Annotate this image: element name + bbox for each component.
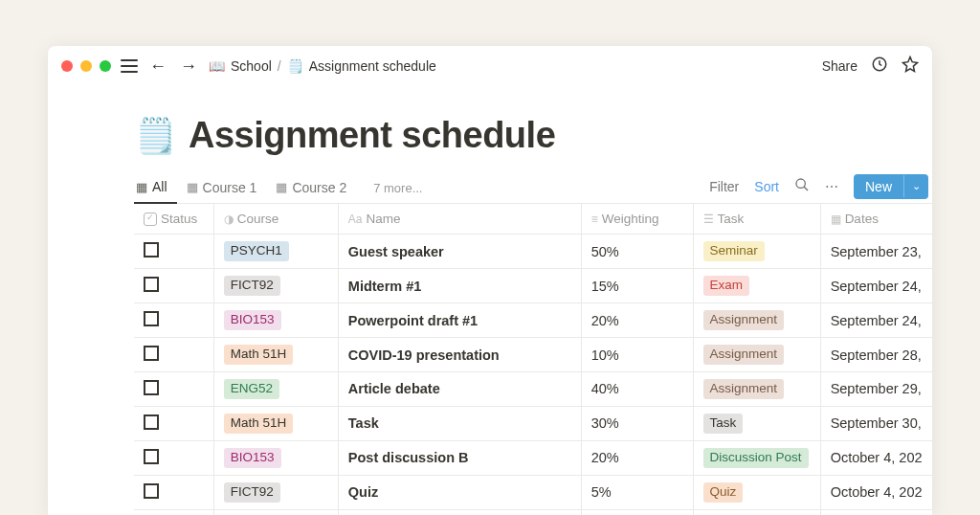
date-value[interactable]: September 24, <box>820 303 932 338</box>
task-tag[interactable]: Discussion Post <box>703 448 809 468</box>
course-tag[interactable]: FICT92 <box>224 276 280 296</box>
share-button[interactable]: Share <box>822 58 858 74</box>
filter-button[interactable]: Filter <box>709 179 739 194</box>
page-title[interactable]: Assignment schedule <box>189 115 555 156</box>
column-header-task[interactable]: ☰Task <box>693 204 820 235</box>
chevron-down-icon[interactable]: ⌄ <box>903 175 928 197</box>
new-button[interactable]: New ⌄ <box>854 174 928 199</box>
weighting-value[interactable]: 40% <box>581 372 693 407</box>
breadcrumb-item[interactable]: School <box>231 58 272 74</box>
date-value[interactable]: September 29, <box>820 372 932 407</box>
weighting-value[interactable]: 20% <box>581 303 693 338</box>
back-button[interactable]: ← <box>147 56 168 77</box>
table-row[interactable]: Math 51HTask30%TaskSeptember 30, <box>134 406 932 440</box>
table-row[interactable]: BIO153Powerpoint draft #120%AssignmentSe… <box>134 303 932 338</box>
forward-button[interactable]: → <box>178 56 199 77</box>
assignment-name[interactable]: Powerpoint draft #1 <box>338 303 581 338</box>
status-checkbox[interactable] <box>144 380 159 395</box>
course-tag[interactable]: ENG52 <box>224 379 279 399</box>
clock-icon[interactable] <box>871 56 888 77</box>
table-row[interactable]: FICT92Quiz5%QuizOctober 4, 202 <box>134 475 932 509</box>
status-checkbox[interactable] <box>144 414 159 430</box>
assignment-name[interactable]: Article debate <box>338 372 581 407</box>
status-checkbox[interactable] <box>144 346 159 361</box>
tab-label: All <box>152 179 167 194</box>
page-content: 🗒️ Assignment schedule ▦All▦Course 1▦Cou… <box>48 86 932 515</box>
column-header-name[interactable]: AaName <box>338 204 581 235</box>
more-views-button[interactable]: 7 more... <box>366 175 430 201</box>
column-header-status[interactable]: Status <box>134 204 213 235</box>
search-icon[interactable] <box>794 177 810 195</box>
minimize-window-button[interactable] <box>80 60 92 72</box>
page-emoji-icon[interactable]: 🗒️ <box>134 116 177 156</box>
task-tag[interactable]: Assignment <box>703 379 785 399</box>
course-tag[interactable]: PSYCH1 <box>224 241 289 261</box>
weighting-value[interactable]: 30% <box>581 406 693 440</box>
table-row[interactable]: BIO153Post discussion B20%Discussion Pos… <box>134 440 932 475</box>
course-tag[interactable]: Math 51H <box>224 414 294 434</box>
date-value[interactable]: September 28, <box>820 338 932 372</box>
view-tabs-bar: ▦All▦Course 1▦Course 2 7 more... Filter … <box>134 173 932 204</box>
task-tag[interactable]: Exam <box>703 276 750 296</box>
column-header-dates[interactable]: ▦Dates <box>820 204 932 235</box>
weighting-value[interactable]: 5% <box>581 475 693 509</box>
date-value[interactable]: October 5, 202 <box>820 509 932 515</box>
column-header-course[interactable]: ◑Course <box>213 204 338 235</box>
weighting-value[interactable]: 20% <box>581 440 693 475</box>
assignment-name[interactable]: Quiz <box>338 475 581 509</box>
weighting-value[interactable]: 50% <box>581 235 693 269</box>
hamburger-menu-icon[interactable] <box>121 59 138 73</box>
assignments-table: Status ◑Course AaName ≡Weighting ☰Task <box>134 204 932 515</box>
status-checkbox[interactable] <box>144 483 159 499</box>
date-value[interactable]: September 30, <box>820 406 932 440</box>
view-tab[interactable]: ▦All <box>134 173 177 204</box>
more-options-icon[interactable]: ⋯ <box>825 179 838 194</box>
table-row[interactable]: Math 51HCOVID-19 presentation10%Assignme… <box>134 338 932 372</box>
view-tab[interactable]: ▦Course 1 <box>185 173 267 203</box>
tag-icon: ◑ <box>224 213 234 226</box>
new-button-label: New <box>854 174 903 199</box>
task-tag[interactable]: Assignment <box>703 310 785 330</box>
table-row[interactable]: PSYCH1Guest speaker50%SeminarSeptember 2… <box>134 235 932 269</box>
date-value[interactable]: September 24, <box>820 269 932 303</box>
course-tag[interactable]: Math 51H <box>224 345 294 365</box>
status-checkbox[interactable] <box>144 449 159 464</box>
course-tag[interactable]: BIO153 <box>224 310 281 330</box>
task-tag[interactable]: Seminar <box>703 241 765 261</box>
weighting-value[interactable]: 15% <box>581 269 693 303</box>
task-tag[interactable]: Assignment <box>703 345 785 365</box>
course-tag[interactable]: FICT92 <box>224 482 280 503</box>
table-view-icon: ▦ <box>136 180 147 194</box>
maximize-window-button[interactable] <box>100 60 111 72</box>
table-row[interactable]: PSYCH1Midterm #120%ExamOctober 5, 202 <box>134 509 932 515</box>
assignment-name[interactable]: Midterm #1 <box>338 269 581 303</box>
breadcrumb-item[interactable]: Assignment schedule <box>309 58 436 74</box>
assignment-name[interactable]: COVID-19 presentation <box>338 338 581 372</box>
status-checkbox[interactable] <box>144 242 159 258</box>
assignment-name[interactable]: Guest speaker <box>338 235 581 269</box>
assignment-name[interactable]: Post discussion B <box>338 440 581 475</box>
assignment-name[interactable]: Midterm #1 <box>338 509 581 515</box>
notepad-icon: 🗒️ <box>287 58 303 74</box>
weighting-value[interactable]: 20% <box>581 509 693 515</box>
course-tag[interactable]: BIO153 <box>224 448 281 468</box>
task-tag[interactable]: Quiz <box>703 482 744 503</box>
date-value[interactable]: October 4, 202 <box>820 440 932 475</box>
star-icon[interactable] <box>902 56 919 77</box>
status-checkbox[interactable] <box>144 311 159 326</box>
close-window-button[interactable] <box>61 60 73 72</box>
view-tab[interactable]: ▦Course 2 <box>274 173 356 203</box>
weighting-value[interactable]: 10% <box>581 338 693 372</box>
table-row[interactable]: FICT92Midterm #115%ExamSeptember 24, <box>134 269 932 303</box>
text-icon: Aa <box>348 213 363 226</box>
sort-button[interactable]: Sort <box>754 179 779 194</box>
date-value[interactable]: September 23, <box>820 235 932 269</box>
titlebar: ← → 📖 School / 🗒️ Assignment schedule Sh… <box>48 46 932 86</box>
titlebar-actions: Share <box>822 56 919 77</box>
date-value[interactable]: October 4, 202 <box>820 475 932 509</box>
column-header-weighting[interactable]: ≡Weighting <box>581 204 693 235</box>
table-row[interactable]: ENG52Article debate40%AssignmentSeptembe… <box>134 372 932 407</box>
task-tag[interactable]: Task <box>703 414 744 434</box>
status-checkbox[interactable] <box>144 277 159 292</box>
assignment-name[interactable]: Task <box>338 406 581 440</box>
